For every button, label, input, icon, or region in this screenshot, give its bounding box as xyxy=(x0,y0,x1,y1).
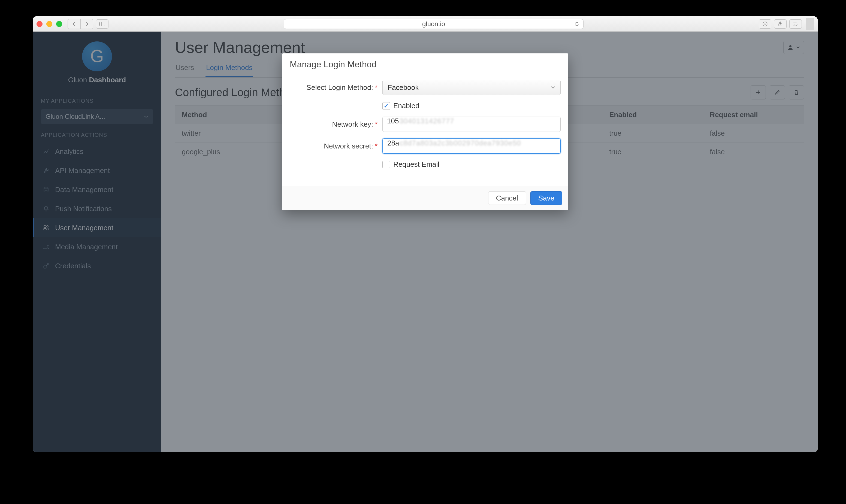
window-traffic-lights xyxy=(36,21,62,27)
network-secret-input[interactable]: 28ac8d7a803a2c3b002970dea7930e50 xyxy=(382,138,561,154)
app-content: G Gluon Dashboard MY APPLICATIONS Gluon … xyxy=(33,32,818,452)
redacted-text: 3040131426777 xyxy=(399,117,454,125)
downloads-button[interactable] xyxy=(759,19,771,29)
fullscreen-window-button[interactable] xyxy=(56,21,62,27)
toolbar-right: ＋ xyxy=(759,18,814,30)
browser-window: gluon.io ＋ xyxy=(33,16,818,452)
label-network-secret: Network secret:* xyxy=(290,142,382,150)
label-select-login-method: Select Login Method:* xyxy=(290,83,382,92)
login-method-select[interactable]: Facebook xyxy=(382,80,561,95)
label-network-key: Network key:* xyxy=(290,120,382,129)
redacted-text: c8d7a803a2c3b002970dea7930e50 xyxy=(400,139,521,147)
svg-rect-4 xyxy=(793,23,797,25)
back-button[interactable] xyxy=(68,19,81,29)
enabled-checkbox[interactable] xyxy=(382,102,390,110)
chevron-down-icon xyxy=(550,86,556,89)
manage-login-method-dialog: Manage Login Method Select Login Method:… xyxy=(282,53,568,210)
minimize-window-button[interactable] xyxy=(46,21,52,27)
share-button[interactable] xyxy=(774,19,787,29)
dialog-title: Manage Login Method xyxy=(282,53,568,74)
reload-icon[interactable] xyxy=(574,21,579,27)
forward-button[interactable] xyxy=(81,19,93,29)
svg-rect-0 xyxy=(100,22,105,26)
safari-toolbar: gluon.io ＋ xyxy=(33,16,818,32)
tabs-button[interactable] xyxy=(789,19,802,29)
cancel-button[interactable]: Cancel xyxy=(488,191,526,205)
modal-overlay[interactable]: Manage Login Method Select Login Method:… xyxy=(33,32,818,452)
enabled-label: Enabled xyxy=(393,102,419,110)
new-tab-button[interactable]: ＋ xyxy=(806,18,814,30)
network-key-input[interactable]: 1053040131426777 xyxy=(382,116,561,132)
login-method-selected: Facebook xyxy=(388,83,419,92)
save-button[interactable]: Save xyxy=(530,191,562,205)
url-bar[interactable]: gluon.io xyxy=(284,19,583,29)
network-key-value: 105 xyxy=(387,117,399,125)
request-email-label: Request Email xyxy=(393,160,439,169)
network-secret-value: 28a xyxy=(387,139,399,147)
close-window-button[interactable] xyxy=(36,21,42,27)
sidebar-toggle-button[interactable] xyxy=(96,19,108,29)
svg-rect-5 xyxy=(794,22,798,25)
url-text: gluon.io xyxy=(422,20,445,28)
request-email-checkbox[interactable] xyxy=(382,161,390,168)
nav-buttons xyxy=(68,19,93,29)
